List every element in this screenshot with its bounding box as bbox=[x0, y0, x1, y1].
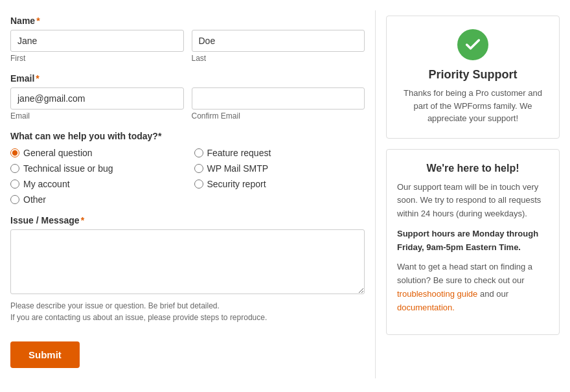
radio-myaccount-input[interactable] bbox=[10, 179, 19, 189]
email-input[interactable] bbox=[10, 87, 184, 110]
priority-support-card: Priority Support Thanks for being a Pro … bbox=[386, 16, 560, 139]
radio-other[interactable]: Other bbox=[10, 194, 181, 205]
last-sublabel: Last bbox=[192, 54, 365, 63]
email-row: Email Confirm Email bbox=[10, 87, 365, 121]
radio-feature[interactable]: Feature request bbox=[194, 148, 365, 158]
confirm-email-col: Confirm Email bbox=[192, 87, 365, 121]
confirm-email-sublabel: Confirm Email bbox=[192, 111, 365, 121]
radio-feature-input[interactable] bbox=[194, 148, 203, 157]
submit-button[interactable]: Submit bbox=[10, 341, 80, 368]
radio-grid: General question Feature request Technic… bbox=[10, 148, 365, 205]
priority-title: Priority Support bbox=[397, 68, 549, 82]
contact-form: Name* First Last Email* Em bbox=[0, 10, 376, 378]
name-field-group: Name* First Last bbox=[10, 16, 365, 63]
name-label: Name* bbox=[10, 16, 365, 26]
email-col: Email bbox=[10, 87, 184, 121]
help-title: We're here to help! bbox=[397, 163, 549, 174]
email-label: Email* bbox=[10, 73, 365, 84]
message-textarea[interactable] bbox=[10, 229, 365, 294]
last-name-input[interactable] bbox=[192, 30, 365, 52]
message-field-group: Issue / Message* Please describe your is… bbox=[10, 215, 365, 323]
name-row: First Last bbox=[10, 30, 365, 63]
radio-security-input[interactable] bbox=[194, 179, 203, 189]
sidebar: Priority Support Thanks for being a Pro … bbox=[376, 10, 570, 378]
help-field-group: What can we help you with today?* Genera… bbox=[10, 131, 365, 205]
help-label: What can we help you with today?* bbox=[10, 131, 365, 141]
radio-general-input[interactable] bbox=[10, 148, 19, 157]
radio-wpmail-input[interactable] bbox=[194, 164, 203, 173]
message-label: Issue / Message* bbox=[10, 215, 365, 225]
first-sublabel: First bbox=[10, 54, 184, 63]
helper-text: Please describe your issue or question. … bbox=[10, 300, 365, 323]
first-name-col: First bbox=[10, 30, 184, 63]
last-name-col: Last bbox=[192, 30, 365, 63]
help-card: We're here to help! Our support team wil… bbox=[386, 149, 560, 335]
help-text-3: Want to get a head start on finding a so… bbox=[397, 260, 549, 314]
first-name-input[interactable] bbox=[10, 30, 184, 52]
radio-technical[interactable]: Technical issue or bug bbox=[10, 163, 181, 174]
priority-text: Thanks for being a Pro customer and part… bbox=[397, 87, 549, 125]
radio-wpmail[interactable]: WP Mail SMTP bbox=[194, 163, 365, 174]
help-text-2: Support hours are Monday through Friday,… bbox=[397, 227, 549, 255]
email-field-group: Email* Email Confirm Email bbox=[10, 73, 365, 121]
documentation-link[interactable]: documentation. bbox=[397, 303, 455, 312]
help-text-1: Our support team will be in touch very s… bbox=[397, 181, 549, 221]
confirm-email-input[interactable] bbox=[192, 87, 365, 110]
radio-other-input[interactable] bbox=[10, 195, 19, 204]
radio-technical-input[interactable] bbox=[10, 164, 19, 173]
radio-general[interactable]: General question bbox=[10, 148, 181, 158]
check-icon bbox=[457, 29, 488, 60]
email-sublabel: Email bbox=[10, 111, 184, 121]
radio-security[interactable]: Security report bbox=[194, 179, 365, 189]
troubleshooting-link[interactable]: troubleshooting guide bbox=[397, 289, 477, 299]
radio-myaccount[interactable]: My account bbox=[10, 179, 181, 189]
